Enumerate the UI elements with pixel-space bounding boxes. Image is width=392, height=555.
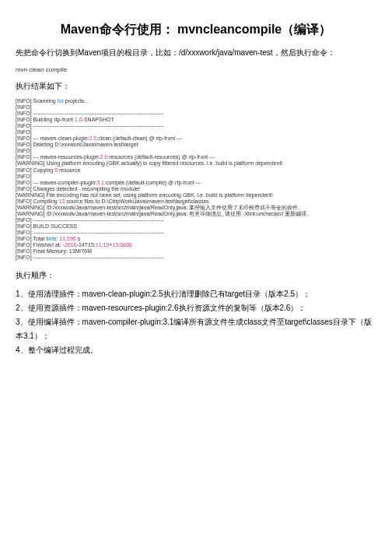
console-line: [INFO] [16, 129, 376, 135]
console-line: [INFO] Deleting D:\xxxwork\Java\maven-te… [16, 142, 376, 148]
console-line: [INFO] --- maven-clean-plugin:2.5:clean … [16, 135, 376, 142]
step-item: 2、使用资源插件：maven-resources-plugin:2.6执行资源文… [16, 301, 376, 315]
intro-text: 先把命令行切换到Maven项目的根目录，比如：/d/xxxwork/java/m… [16, 47, 376, 58]
console-line: [INFO] Compiling 13 source files to D:\C… [16, 198, 376, 205]
console-line: [INFO] [16, 174, 376, 180]
console-line: [INFO] Final Memory: 13M/76M [16, 248, 376, 255]
console-line: [INFO] ---------------------------------… [16, 230, 376, 236]
command-text: mvn clean compile [16, 66, 376, 73]
console-line: [INFO] Building rtp-front 1.0-SNAPSHOT [16, 117, 376, 123]
console-line: [WARNING] Using platform encoding (GBK a… [16, 160, 376, 167]
console-line: [WARNING] File encoding has not been set… [16, 192, 376, 198]
order-label: 执行顺序： [16, 270, 376, 281]
console-line: [INFO] Total time: 11.590 s [16, 236, 376, 242]
console-line: [INFO] [16, 148, 376, 154]
console-line: [INFO] BUILD SUCCESS [16, 223, 376, 230]
console-line: [INFO] [16, 104, 376, 111]
console-line: [INFO] ---------------------------------… [16, 123, 376, 129]
console-line: [INFO] --- maven-compiler-plugin:3.1:com… [16, 180, 376, 186]
console-line: [INFO] Changes detected - recompiling th… [16, 186, 376, 192]
execution-steps: 1、使用清理插件：maven-clean-plugin:2.5执行清理删除已有t… [16, 287, 376, 357]
page-title: Maven命令行使用： mvncleancompile（编译） [16, 22, 376, 38]
console-line: [INFO] ---------------------------------… [16, 255, 376, 261]
console-line: [INFO] Copying 0 resource [16, 167, 376, 174]
console-line: [INFO] Finished at: -2016-14T15:11:15+13… [16, 242, 376, 248]
console-line: [INFO] ---------------------------------… [16, 217, 376, 223]
result-label: 执行结果如下： [16, 81, 376, 92]
console-line: [WARNING] /D:/xxxwork/Java/maven-test/sr… [16, 205, 376, 211]
console-output: [INFO] Scanning for projects...[INFO][IN… [16, 98, 376, 261]
step-item: 1、使用清理插件：maven-clean-plugin:2.5执行清理删除已有t… [16, 287, 376, 301]
step-item: 4、整个编译过程完成。 [16, 343, 376, 357]
step-item: 3、使用编译插件：maven-compiler-plugin:3.1编译所有源文… [16, 315, 376, 343]
console-line: [WARNING] /D:/xxxwork/Java/maven-test/sr… [16, 211, 376, 217]
console-line: [INFO] ---------------------------------… [16, 111, 376, 117]
console-line: [INFO] --- maven-resources-plugin:2.6:re… [16, 154, 376, 160]
console-line: [INFO] Scanning for projects... [16, 98, 376, 104]
